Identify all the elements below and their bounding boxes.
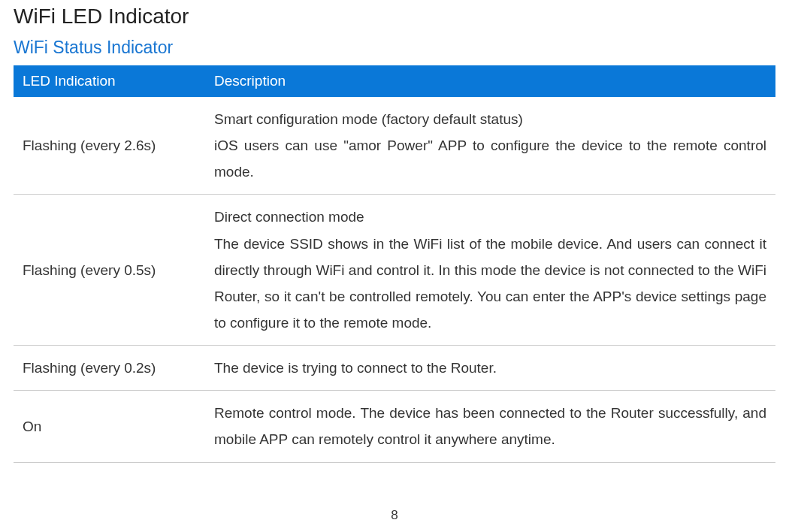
cell-indication: Flashing (every 2.6s) bbox=[14, 97, 205, 195]
table-header-description: Description bbox=[205, 65, 775, 97]
table-body: Flashing (every 2.6s) Smart configuratio… bbox=[14, 97, 775, 462]
status-table: LED Indication Description Flashing (eve… bbox=[14, 65, 775, 463]
subtitle: WiFi Status Indicator bbox=[0, 35, 789, 65]
table-row: Flashing (every 0.5s) Direct connection … bbox=[14, 195, 775, 346]
cell-description: Smart configuration mode (factory defaul… bbox=[205, 97, 775, 195]
cell-description: The device is trying to connect to the R… bbox=[205, 346, 775, 391]
page-title: WiFi LED Indicator bbox=[0, 0, 789, 35]
cell-description: Remote control mode. The device has been… bbox=[205, 391, 775, 462]
table-container: LED Indication Description Flashing (eve… bbox=[0, 65, 789, 463]
cell-indication: Flashing (every 0.2s) bbox=[14, 346, 205, 391]
cell-description: Direct connection modeThe device SSID sh… bbox=[205, 195, 775, 346]
table-row: Flashing (every 0.2s) The device is tryi… bbox=[14, 346, 775, 391]
cell-indication: Flashing (every 0.5s) bbox=[14, 195, 205, 346]
cell-indication: On bbox=[14, 391, 205, 462]
table-row: Flashing (every 2.6s) Smart configuratio… bbox=[14, 97, 775, 195]
page-number: 8 bbox=[0, 508, 789, 523]
table-header-indication: LED Indication bbox=[14, 65, 205, 97]
table-row: On Remote control mode. The device has b… bbox=[14, 391, 775, 462]
